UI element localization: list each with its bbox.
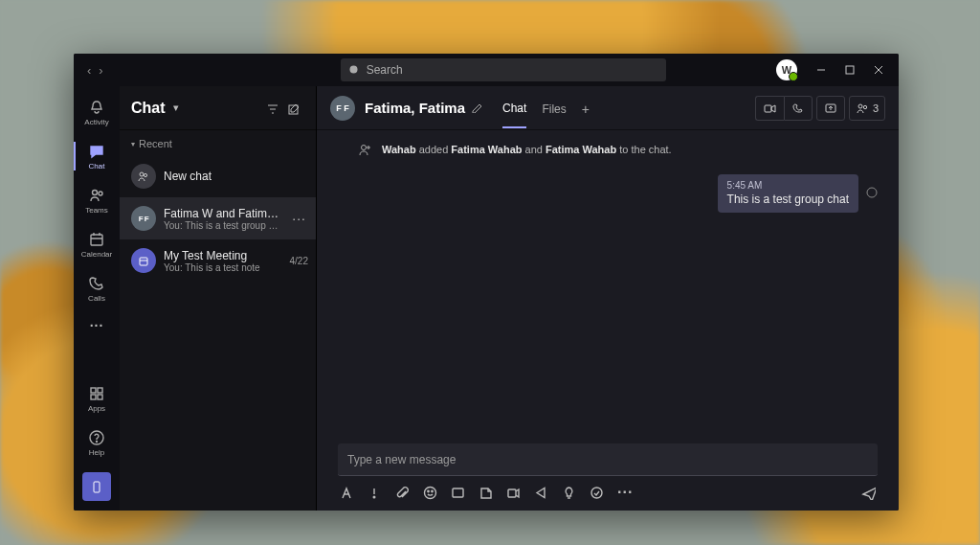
rail-help[interactable]: Help [74,420,120,465]
people-small-icon [137,170,150,183]
approvals-icon [590,486,604,500]
chat-list-title: Chat [131,100,166,117]
chat-item-meeting[interactable]: My Test Meeting You: This is a test note… [120,239,316,282]
generic-avatar-icon [131,164,156,189]
share-icon [824,102,837,115]
rail-label: Calendar [81,250,112,259]
message-input[interactable]: Type a new message [338,443,878,476]
rail-chat[interactable]: Chat [74,134,120,178]
format-button[interactable] [340,486,354,500]
conversation-tabs: Chat Files + [502,88,590,128]
chevron-down-icon[interactable]: ▾ [173,102,179,114]
rail-calls[interactable]: Calls [74,266,120,310]
system-message: Wahab added Fatima Wahab and Fatima Waha… [357,142,878,157]
recent-section[interactable]: ▾ Recent [120,130,316,155]
message-bubble[interactable]: 5:45 AM This is a test group chat [718,174,858,213]
send-button[interactable] [861,486,876,500]
svg-rect-14 [91,395,96,399]
sticker-button[interactable] [479,486,493,500]
back-button[interactable]: ‹ [87,63,91,78]
user-avatar[interactable]: W [776,59,797,80]
edit-title-button[interactable] [471,100,483,117]
caret-down-icon: ▾ [131,140,135,148]
chat-item-subtitle: You: This is a test note [164,262,278,273]
filter-icon [266,102,279,115]
svg-rect-41 [508,489,516,497]
rail-label: Help [89,448,104,457]
svg-rect-18 [94,482,100,492]
share-screen-button[interactable] [816,96,845,121]
device-icon [90,480,103,493]
pencil-icon [471,101,483,113]
format-icon [340,486,354,500]
emoji-icon [423,486,437,500]
new-chat-button[interactable] [283,98,304,119]
filter-button[interactable] [262,98,283,119]
gif-icon [451,486,465,500]
chat-list-header: Chat ▾ [120,86,316,130]
rail-apps[interactable]: Apps [74,376,120,420]
chat-item-new[interactable]: New chat [120,155,316,197]
minimize-button[interactable] [807,54,835,86]
svg-rect-12 [91,388,96,393]
video-call-button[interactable] [755,96,784,121]
svg-rect-15 [98,395,102,399]
chat-icon [88,143,105,160]
message-time: 5:45 AM [727,180,849,191]
read-receipt-icon [866,185,878,202]
participants-button[interactable]: 3 [849,96,885,121]
send-icon [861,486,876,500]
conversation-panel: F F Fatima, Fatima Chat Files + [317,86,899,511]
rail-calendar[interactable]: Calendar [74,222,120,266]
maximize-button[interactable] [835,54,864,86]
audio-call-button[interactable] [784,96,813,121]
message-row: 5:45 AM This is a test group chat [357,174,878,213]
search-placeholder: Search [367,63,403,77]
titlebar: ‹ › Search W [74,54,899,86]
system-p1: Fatima Wahab [451,144,522,155]
praise-button[interactable] [562,486,576,500]
chat-item-title: New chat [164,170,308,183]
tab-files[interactable]: Files [542,89,566,127]
svg-point-34 [867,188,877,197]
system-p2: Fatima Wahab [546,144,616,155]
svg-point-17 [97,441,98,442]
message-text: This is a test group chat [727,193,849,206]
chat-item-more[interactable]: ··· [290,211,308,226]
rail-more[interactable]: ··· [90,310,104,341]
sticker-icon [479,486,493,500]
help-icon [88,429,105,446]
priority-button[interactable] [368,486,382,500]
gif-button[interactable] [451,486,465,500]
svg-point-24 [144,173,146,176]
rail-teams[interactable]: Teams [74,178,120,222]
svg-point-43 [591,488,602,498]
conversation-avatar: F F [330,96,355,121]
stream-button[interactable] [534,486,548,500]
search-input[interactable]: Search [341,58,666,81]
tab-add[interactable]: + [582,88,590,128]
svg-point-6 [93,190,98,194]
svg-point-7 [99,192,102,195]
chat-item-date: 4/22 [290,256,308,266]
rail-label: Chat [89,162,105,170]
rail-personal-app[interactable] [82,472,111,501]
composer-toolbar: ··· [338,476,878,501]
rail-activity[interactable]: Activity [74,90,120,134]
tab-chat[interactable]: Chat [502,88,526,128]
emoji-button[interactable] [423,486,437,500]
bell-icon [88,99,105,116]
forward-button[interactable]: › [99,63,102,78]
conversation-title: Fatima, Fatima [365,100,465,116]
chat-item-group[interactable]: F F Fatima W and Fatima W You: This is a… [120,197,316,239]
close-button[interactable] [864,54,893,86]
meet-now-button[interactable] [506,486,521,500]
chat-item-subtitle: You: This is a test group chat [164,220,282,231]
messages-area: Wahab added Fatima Wahab and Fatima Waha… [317,130,899,436]
chat-list-panel: Chat ▾ ▾ Recent New chat F F [120,86,317,511]
attach-button[interactable] [395,486,410,500]
more-actions[interactable]: ··· [617,484,633,501]
approvals-button[interactable] [590,486,604,500]
composer-area: Type a new message ··· [317,436,899,511]
conversation-header: F F Fatima, Fatima Chat Files + [317,86,899,130]
